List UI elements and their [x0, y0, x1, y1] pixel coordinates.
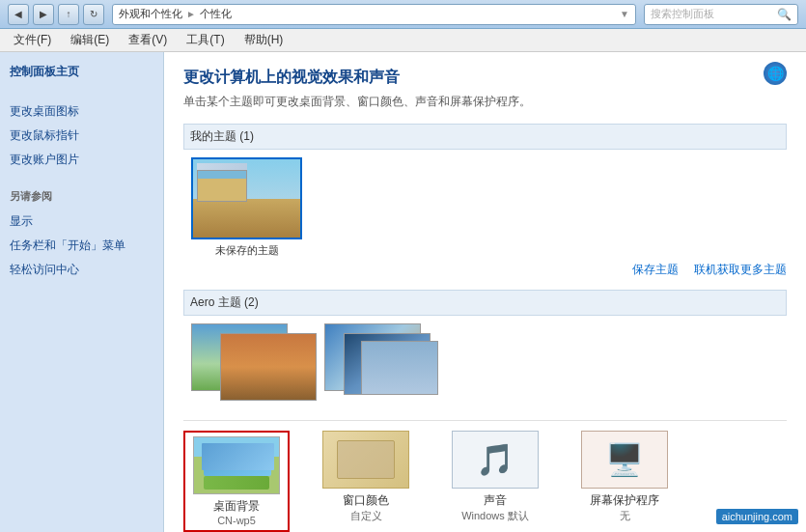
desktop-bg-icon — [193, 436, 280, 494]
back-button[interactable]: ◀ — [8, 4, 29, 25]
sidebar-link-display[interactable]: 显示 — [10, 211, 153, 232]
watermark: aichunjing.com — [716, 509, 798, 524]
window-color-icon — [322, 431, 409, 489]
screensaver-item[interactable]: 🖥️ 屏幕保护程序 无 — [571, 431, 678, 523]
get-more-link[interactable]: 联机获取更多主题 — [694, 262, 787, 278]
sound-item[interactable]: 🎵 声音 Windows 默认 — [442, 431, 548, 523]
desktop-bg-sublabel: CN-wp5 — [217, 515, 256, 526]
sidebar-link-account[interactable]: 更改账户图片 — [10, 150, 153, 170]
sidebar-section-title: 另请参阅 — [10, 189, 153, 204]
address-part2: 个性化 — [200, 7, 232, 21]
globe-icon: 🌐 — [764, 62, 787, 85]
content-area: 🌐 更改计算机上的视觉效果和声音 单击某个主题即可更改桌面背景、窗口颜色、声音和… — [164, 52, 806, 532]
aero-theme-2[interactable] — [324, 323, 450, 410]
titlebar-nav: ◀ ▶ ↑ ↻ 外观和个性化 ► 个性化 ▼ 搜索控制面板 🔍 — [8, 4, 798, 25]
menu-file[interactable]: 文件(F) — [8, 30, 57, 50]
sidebar-link-mouse[interactable]: 更改鼠标指针 — [10, 126, 153, 146]
window-color-sublabel: 自定义 — [350, 509, 382, 523]
address-dropdown-icon[interactable]: ▼ — [620, 9, 629, 19]
menu-view[interactable]: 查看(V) — [123, 30, 173, 50]
theme-actions: 保存主题 联机获取更多主题 — [183, 262, 787, 278]
desktop-bg-label: 桌面背景 — [213, 498, 260, 515]
window-color-item[interactable]: 窗口颜色 自定义 — [313, 431, 419, 523]
sound-label: 声音 — [484, 492, 507, 509]
menu-help[interactable]: 帮助(H) — [238, 30, 290, 50]
sidebar-link-taskbar[interactable]: 任务栏和「开始」菜单 — [10, 236, 153, 256]
screensaver-sublabel: 无 — [620, 509, 630, 523]
forward-button[interactable]: ▶ — [33, 4, 54, 25]
refresh-button[interactable]: ↻ — [83, 4, 104, 25]
sound-icon: 🎵 — [452, 431, 539, 489]
sidebar-link-desktop-icon[interactable]: 更改桌面图标 — [10, 101, 153, 122]
sidebar: 控制面板主页 更改桌面图标 更改鼠标指针 更改账户图片 另请参阅 显示 任务栏和… — [0, 52, 164, 532]
aero-themes-row — [191, 323, 787, 410]
unsaved-theme-preview — [191, 157, 302, 239]
search-bar[interactable]: 搜索控制面板 🔍 — [644, 4, 798, 25]
titlebar: ◀ ▶ ↑ ↻ 外观和个性化 ► 个性化 ▼ 搜索控制面板 🔍 — [0, 0, 806, 29]
screensaver-icon: 🖥️ — [581, 431, 668, 489]
desktop-background-item[interactable]: 桌面背景 CN-wp5 — [183, 431, 290, 532]
address-part1: 外观和个性化 — [119, 7, 182, 21]
search-placeholder: 搜索控制面板 — [651, 7, 714, 21]
screensaver-label: 屏幕保护程序 — [590, 492, 659, 509]
my-themes-label: 我的主题 (1) — [183, 124, 787, 150]
page-desc: 单击某个主题即可更改桌面背景、窗口颜色、声音和屏幕保护程序。 — [183, 94, 787, 110]
address-sep1: ► — [186, 9, 196, 19]
address-bar[interactable]: 外观和个性化 ► 个性化 ▼ — [112, 4, 636, 25]
sound-sublabel: Windows 默认 — [461, 509, 529, 523]
aero-theme-1-preview — [191, 323, 317, 410]
page-title: 更改计算机上的视觉效果和声音 — [183, 68, 787, 88]
search-icon[interactable]: 🔍 — [777, 8, 792, 21]
bottom-icons-row: 桌面背景 CN-wp5 窗口颜色 自定义 🎵 声音 Windows 默认 — [183, 420, 787, 532]
aero-themes-label: Aero 主题 (2) — [183, 290, 787, 316]
aero-theme-2-preview — [324, 323, 450, 410]
unsaved-theme-item[interactable]: 未保存的主题 — [191, 157, 302, 258]
menu-edit[interactable]: 编辑(E) — [65, 30, 115, 50]
window-color-label: 窗口颜色 — [343, 492, 389, 509]
sidebar-link-accessibility[interactable]: 轻松访问中心 — [10, 260, 153, 280]
menu-tools[interactable]: 工具(T) — [181, 30, 230, 50]
aero-theme-1[interactable] — [191, 323, 317, 410]
sidebar-link-home[interactable]: 控制面板主页 — [10, 64, 153, 80]
up-button[interactable]: ↑ — [58, 4, 79, 25]
save-theme-link[interactable]: 保存主题 — [632, 262, 679, 278]
unsaved-theme-name: 未保存的主题 — [215, 243, 279, 258]
menubar: 文件(F) 编辑(E) 查看(V) 工具(T) 帮助(H) — [0, 29, 806, 52]
main-layout: 控制面板主页 更改桌面图标 更改鼠标指针 更改账户图片 另请参阅 显示 任务栏和… — [0, 52, 806, 532]
